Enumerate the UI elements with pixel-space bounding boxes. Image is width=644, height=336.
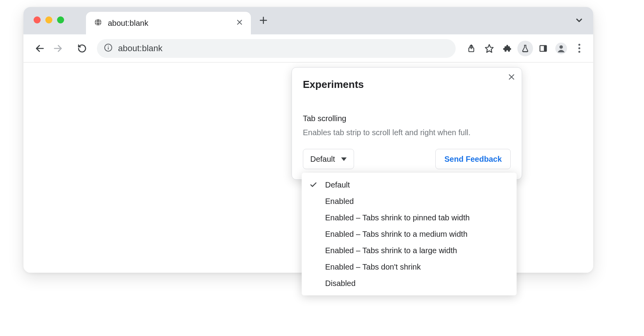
popup-title: Experiments — [303, 79, 511, 91]
side-panel-button[interactable] — [535, 41, 551, 56]
dropdown-option-label: Enabled – Tabs shrink to a medium width — [325, 230, 467, 239]
share-button[interactable] — [463, 41, 479, 56]
address-bar[interactable]: about:blank — [97, 39, 456, 58]
dropdown-option-label: Enabled – Tabs shrink to pinned tab widt… — [325, 213, 470, 222]
dropdown-option[interactable]: Disabled — [302, 275, 517, 291]
svg-point-12 — [108, 45, 109, 46]
dropdown-option-label: Enabled — [325, 197, 354, 206]
forward-button[interactable] — [51, 41, 65, 55]
close-window-button[interactable] — [34, 16, 41, 23]
window-controls — [23, 12, 64, 23]
tab-close-button[interactable] — [236, 19, 243, 27]
reload-button[interactable] — [75, 41, 89, 55]
caret-down-icon — [341, 157, 347, 161]
dropdown-option[interactable]: Enabled — [302, 193, 517, 209]
dropdown-option[interactable]: Enabled – Tabs shrink to a medium width — [302, 226, 517, 242]
site-info-icon[interactable] — [104, 43, 113, 54]
tab-overflow-button[interactable] — [574, 16, 584, 27]
toolbar: about:blank — [23, 34, 593, 63]
dropdown-option-label: Default — [325, 181, 350, 189]
dropdown-option[interactable]: Enabled – Tabs don't shrink — [302, 259, 517, 275]
check-icon — [309, 181, 318, 189]
address-bar-text: about:blank — [118, 43, 163, 54]
experiment-description: Enables tab strip to scroll left and rig… — [303, 127, 511, 138]
browser-tab[interactable]: about:blank — [86, 12, 251, 34]
dropdown-option-label: Enabled – Tabs don't shrink — [325, 263, 421, 272]
new-tab-button[interactable] — [259, 16, 268, 25]
experiments-popup: Experiments Tab scrolling Enables tab st… — [292, 67, 522, 180]
popup-close-button[interactable] — [508, 73, 515, 82]
experiment-state-dropdown: Default Enabled Enabled – Tabs shrink to… — [302, 173, 517, 295]
back-button[interactable] — [33, 41, 47, 55]
send-feedback-button[interactable]: Send Feedback — [435, 149, 511, 169]
experiment-state-select[interactable]: Default — [303, 149, 354, 169]
maximize-window-button[interactable] — [57, 16, 64, 23]
globe-icon — [94, 18, 102, 28]
dropdown-option[interactable]: Enabled – Tabs shrink to a large width — [302, 242, 517, 259]
tab-strip: about:blank — [23, 7, 593, 34]
dropdown-option-label: Disabled — [325, 279, 356, 288]
toolbar-actions — [463, 41, 589, 56]
bookmark-button[interactable] — [481, 41, 497, 56]
experiments-button[interactable] — [517, 41, 533, 56]
dropdown-option-label: Enabled – Tabs shrink to a large width — [325, 246, 457, 255]
tab-title: about:blank — [108, 19, 231, 28]
extensions-button[interactable] — [499, 41, 515, 56]
profile-button[interactable] — [553, 41, 569, 56]
dropdown-option[interactable]: Default — [302, 177, 517, 193]
select-value: Default — [310, 155, 335, 164]
browser-window: about:blank about:blank — [23, 7, 593, 273]
chrome-menu-button[interactable] — [571, 41, 587, 56]
dropdown-option[interactable]: Enabled – Tabs shrink to pinned tab widt… — [302, 209, 517, 226]
experiment-name: Tab scrolling — [303, 114, 511, 123]
svg-marker-15 — [485, 45, 493, 52]
svg-point-19 — [560, 45, 563, 48]
minimize-window-button[interactable] — [45, 16, 52, 23]
svg-rect-17 — [544, 45, 546, 51]
